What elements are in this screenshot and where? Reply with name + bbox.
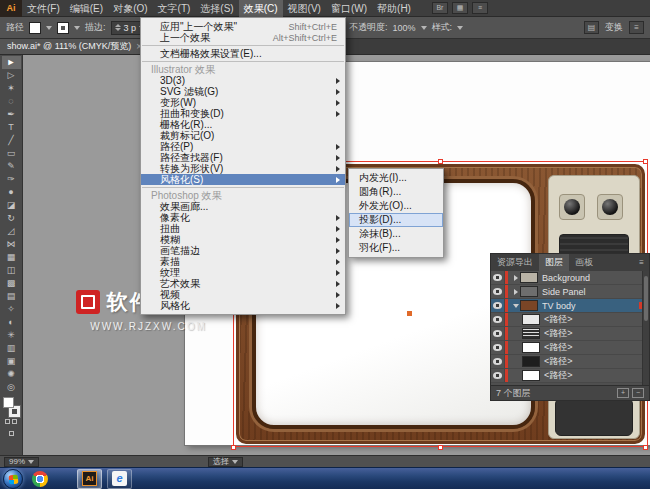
opacity-value[interactable]: 100% [393,23,416,33]
layer-row-side-panel[interactable]: Side Panel [491,285,649,299]
selection-handle[interactable] [643,159,648,164]
chrome-icon[interactable] [32,471,48,487]
taskbar-item-browser[interactable]: e [107,469,132,489]
pencil-tool[interactable]: ✎ [2,160,21,173]
workspace-switcher-icon[interactable]: ≡ [472,2,488,14]
submenu-item-drop-shadow[interactable]: 投影(D)... [349,213,443,227]
visibility-toggle[interactable] [491,285,505,298]
menu-item-last-effect[interactable]: 上一个效果 Alt+Shift+Ctrl+E [141,32,345,43]
panel-options-icon[interactable]: ≡ [629,21,644,34]
chevron-down-icon[interactable] [421,26,427,30]
panel-menu-icon[interactable]: ≡ [634,254,649,271]
visibility-toggle[interactable] [491,369,505,382]
chevron-down-icon[interactable] [74,26,80,30]
magic-wand-tool[interactable]: ✶ [2,82,21,95]
doc-tab-show[interactable]: show.ai* @ 111% (CMYK/预览) × [0,39,150,54]
hand-tool[interactable]: ✺ [2,368,21,381]
menu-object[interactable]: 对象(O) [108,0,152,17]
artboard-tool[interactable]: ▣ [2,355,21,368]
selection-handle[interactable] [643,445,648,450]
stroke-color-swatch[interactable] [57,22,69,34]
arrange-documents-icon[interactable]: ▦ [452,2,468,14]
gradient-tool[interactable]: ▤ [2,290,21,303]
layer-row-path-5[interactable]: <路径> [491,369,649,383]
menu-edit[interactable]: 编辑(E) [65,0,108,17]
layer-row-path-3[interactable]: <路径> [491,341,649,355]
visibility-toggle[interactable] [491,299,505,312]
fill-color-swatch[interactable] [29,22,41,34]
menu-select[interactable]: 选择(S) [195,0,238,17]
menu-view[interactable]: 视图(V) [283,0,326,17]
submenu-item-scribble[interactable]: 涂抹(B)... [349,227,443,241]
tab-layers[interactable]: 图层 [539,254,569,271]
zoom-tool[interactable]: ◎ [2,381,21,394]
tab-asset-export[interactable]: 资源导出 [491,254,539,271]
draw-behind-icon[interactable] [12,419,17,424]
taskbar-item-illustrator[interactable]: Ai [77,469,102,489]
stepper-arrows-icon[interactable] [115,24,121,31]
symbol-sprayer-tool[interactable]: ✳ [2,329,21,342]
submenu-item-outer-glow[interactable]: 外发光(O)... [349,199,443,213]
visibility-toggle[interactable] [491,271,505,284]
menu-item-stylize[interactable]: 风格化(S) [141,174,345,185]
start-button[interactable] [3,469,23,489]
chevron-down-icon[interactable] [457,26,463,30]
current-tool-indicator[interactable]: 选择 [208,457,243,467]
document-setup-icon[interactable]: ▤ [584,21,599,34]
visibility-toggle[interactable] [491,341,505,354]
transform-label[interactable]: 变换 [605,21,623,34]
type-tool[interactable]: T [2,121,21,134]
collapse-arrow-icon[interactable] [511,304,520,308]
visibility-toggle[interactable] [491,355,505,368]
blob-brush-tool[interactable]: ● [2,186,21,199]
screen-mode-icon[interactable] [9,431,14,436]
direct-selection-tool[interactable]: ▷ [2,69,21,82]
pen-tool[interactable]: ✒ [2,108,21,121]
menu-item-stylize-ps[interactable]: 风格化 [141,300,345,311]
layer-row-path-2[interactable]: <路径> [491,327,649,341]
line-segment-tool[interactable]: ╱ [2,134,21,147]
visibility-toggle[interactable] [491,327,505,340]
eyedropper-tool[interactable]: ✧ [2,303,21,316]
paintbrush-tool[interactable]: ✑ [2,173,21,186]
selection-handle[interactable] [231,445,236,450]
fill-swatch[interactable] [3,397,14,408]
scrollbar-thumb[interactable] [644,276,648,321]
menu-help[interactable]: 帮助(H) [372,0,416,17]
selection-tool[interactable]: ► [2,56,21,69]
selection-handle[interactable] [438,445,443,450]
menu-item-document-raster-settings[interactable]: 文档栅格效果设置(E)... [141,48,345,59]
delete-layer-icon[interactable]: − [632,388,644,398]
rotate-tool[interactable]: ↻ [2,212,21,225]
graph-tool[interactable]: ▥ [2,342,21,355]
menu-window[interactable]: 窗口(W) [326,0,372,17]
eraser-tool[interactable]: ◪ [2,199,21,212]
scale-tool[interactable]: ◿ [2,225,21,238]
menu-file[interactable]: 文件(F) [22,0,65,17]
zoom-control[interactable]: 99% [4,457,39,467]
mesh-tool[interactable]: ▩ [2,277,21,290]
panel-scrollbar[interactable] [642,271,649,385]
shape-builder-tool[interactable]: ◫ [2,264,21,277]
layer-row-background[interactable]: Background [491,271,649,285]
blend-tool[interactable]: ◐ [2,316,21,329]
submenu-item-round-corners[interactable]: 圆角(R)... [349,185,443,199]
selection-handle[interactable] [438,159,443,164]
draw-normal-icon[interactable] [5,419,10,424]
lasso-tool[interactable]: ◌ [2,95,21,108]
layer-row-path-4[interactable]: <路径> [491,355,649,369]
layer-row-path-1[interactable]: <路径> [491,313,649,327]
new-layer-icon[interactable]: + [617,388,629,398]
bridge-icon[interactable]: Br [432,2,448,14]
width-tool[interactable]: ⋈ [2,238,21,251]
free-transform-tool[interactable]: ▦ [2,251,21,264]
expand-arrow-icon[interactable] [511,275,520,281]
submenu-item-inner-glow[interactable]: 内发光(I)... [349,171,443,185]
submenu-item-feather[interactable]: 羽化(F)... [349,241,443,255]
menu-type[interactable]: 文字(T) [153,0,196,17]
tab-artboards[interactable]: 画板 [569,254,599,271]
visibility-toggle[interactable] [491,313,505,326]
rectangle-tool[interactable]: ▭ [2,147,21,160]
chevron-down-icon[interactable] [46,26,52,30]
layer-row-tv-body[interactable]: TV body [491,299,649,313]
